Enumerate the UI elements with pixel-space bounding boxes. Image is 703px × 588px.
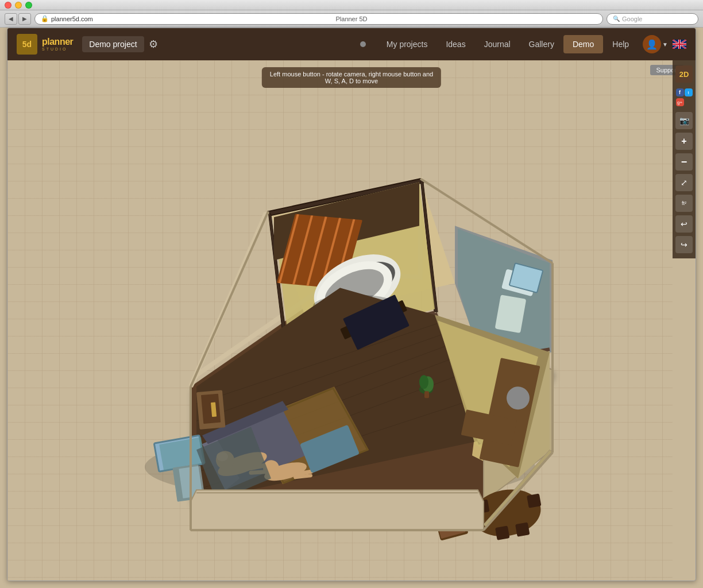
- zoom-in-button[interactable]: +: [675, 133, 693, 150]
- floorplan-3d[interactable]: [116, 111, 564, 547]
- nav-my-projects[interactable]: My projects: [377, 35, 437, 53]
- app-nav: 5d planner STUDIO Demo project ⚙ My proj…: [7, 28, 696, 60]
- svg-rect-57: [424, 391, 429, 398]
- nav-gallery[interactable]: Gallery: [520, 35, 563, 53]
- svg-rect-50: [495, 525, 509, 540]
- user-dropdown-arrow[interactable]: ▼: [662, 41, 668, 48]
- search-field[interactable]: 🔍 Google: [607, 13, 698, 25]
- app-wrapper: 5d planner STUDIO Demo project ⚙ My proj…: [7, 28, 696, 581]
- facebook-share-button[interactable]: f: [676, 88, 684, 96]
- nav-journal[interactable]: Journal: [475, 35, 520, 53]
- forward-button[interactable]: ▶: [18, 13, 31, 25]
- url-field[interactable]: 🔒 planner5d.com: [34, 13, 603, 25]
- camera-tooltip: Left mouse button - rotate camera, right…: [262, 67, 441, 88]
- right-toolbar: 2D f t g+ 📷 + − ⤢ ft² ↩ ↪: [673, 60, 696, 258]
- svg-point-56: [419, 375, 428, 389]
- canvas-area[interactable]: [7, 60, 673, 581]
- back-button[interactable]: ◀: [5, 13, 17, 25]
- twitter-share-button[interactable]: t: [685, 88, 693, 96]
- zoom-out-button[interactable]: −: [675, 153, 693, 171]
- language-flag[interactable]: [673, 40, 686, 49]
- logo-studio: STUDIO: [42, 47, 73, 52]
- logo-text: planner: [42, 37, 73, 47]
- close-button[interactable]: [5, 2, 11, 9]
- 2d-view-button[interactable]: 2D: [675, 65, 693, 83]
- settings-icon[interactable]: ⚙: [149, 38, 158, 51]
- svg-rect-49: [527, 493, 541, 508]
- nav-links: My projects Ideas Journal Gallery Demo H…: [377, 35, 638, 53]
- svg-rect-51: [515, 522, 530, 536]
- floorplan-svg: [116, 111, 564, 547]
- window-chrome: [0, 0, 703, 10]
- undo-button[interactable]: ↩: [675, 215, 693, 233]
- status-dot: [360, 41, 366, 47]
- logo-area: 5d planner STUDIO: [17, 34, 73, 55]
- svg-line-70: [295, 471, 311, 474]
- svg-rect-76: [201, 394, 221, 424]
- screenshot-button[interactable]: 📷: [675, 112, 693, 129]
- project-name-input[interactable]: Demo project: [82, 36, 144, 52]
- svg-marker-83: [191, 490, 484, 530]
- user-avatar[interactable]: 👤: [643, 35, 661, 53]
- redo-button[interactable]: ↪: [675, 236, 693, 253]
- maximize-button[interactable]: [25, 2, 32, 9]
- googleplus-share-button[interactable]: g+: [676, 98, 684, 106]
- address-bar: ◀ ▶ 🔒 planner5d.com 🔍 Google: [0, 10, 703, 28]
- fullscreen-button[interactable]: ⤢: [675, 174, 693, 191]
- nav-help[interactable]: Help: [603, 35, 638, 53]
- nav-demo[interactable]: Demo: [563, 35, 603, 53]
- units-button[interactable]: ft²: [675, 195, 693, 212]
- svg-line-71: [295, 475, 311, 477]
- nav-ideas[interactable]: Ideas: [437, 35, 474, 53]
- minimize-button[interactable]: [15, 2, 22, 9]
- logo-box: 5d: [17, 34, 37, 55]
